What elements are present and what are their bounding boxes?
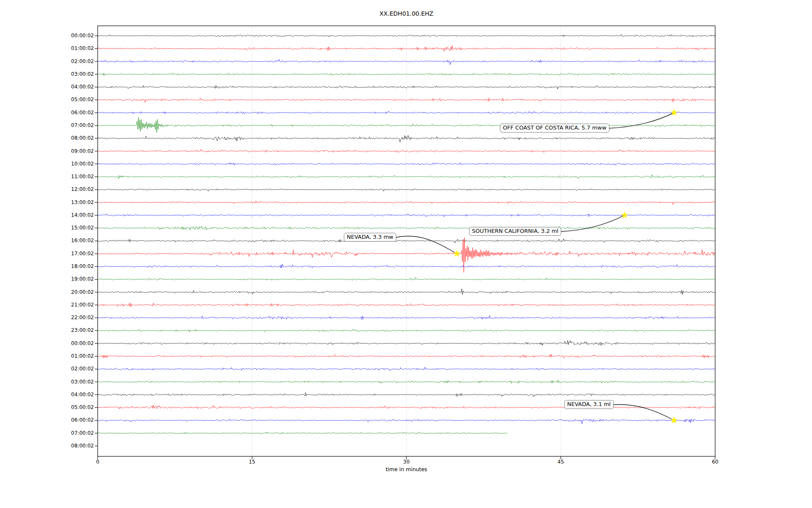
- helicorder-plot: [0, 0, 812, 508]
- row-time-label: 03:00:02: [0, 378, 94, 386]
- row-time-label: 17:00:02: [0, 250, 94, 257]
- row-time-label: 05:00:02: [0, 404, 94, 411]
- event-annotation-label: OFF COAST OF COSTA RICA, 5.7 mww: [500, 124, 609, 133]
- event-star-icon: [670, 109, 678, 116]
- event-star-icon: [670, 417, 678, 423]
- row-time-label: 21:00:02: [0, 301, 94, 309]
- x-tick-label: 60: [706, 459, 724, 465]
- row-time-label: 09:00:02: [0, 148, 94, 155]
- row-time-label: 18:00:02: [0, 263, 94, 270]
- page-title: XX.EDH01.00.EHZ: [98, 10, 715, 17]
- seismogram-trace: [98, 238, 715, 273]
- event-annotation-label: NEVADA, 3.3 mw: [344, 233, 396, 242]
- x-tick-label: 45: [551, 459, 570, 465]
- row-time-label: 06:00:02: [0, 417, 94, 424]
- event-star-icon: [453, 250, 461, 257]
- annotation-leader-line: [395, 236, 457, 254]
- row-time-label: 07:00:02: [0, 430, 94, 437]
- time-axis-labels: 00:00:0201:00:0202:00:0203:00:0204:00:02…: [0, 0, 94, 508]
- row-time-label: 00:00:02: [0, 340, 94, 347]
- row-time-label: 12:00:02: [0, 186, 94, 193]
- seismogram-trace: [98, 175, 715, 179]
- event-annotation-label: NEVADA, 3.1 ml: [564, 400, 614, 409]
- row-time-label: 02:00:02: [0, 365, 94, 373]
- row-time-label: 08:00:02: [0, 442, 94, 450]
- row-time-label: 19:00:02: [0, 276, 94, 283]
- row-time-label: 05:00:02: [0, 96, 94, 103]
- row-time-label: 04:00:02: [0, 83, 94, 91]
- row-time-label: 03:00:02: [0, 71, 94, 78]
- seismogram-trace: [98, 315, 715, 320]
- seismogram-trace: [98, 367, 715, 370]
- row-time-label: 01:00:02: [0, 45, 94, 52]
- seismogram-trace: [98, 117, 715, 133]
- x-tick-label: 15: [243, 459, 261, 465]
- row-time-label: 07:00:02: [0, 122, 94, 129]
- row-time-label: 01:00:02: [0, 353, 94, 360]
- row-time-label: 20:00:02: [0, 289, 94, 296]
- row-time-label: 13:00:02: [0, 199, 94, 206]
- seismogram-trace: [98, 86, 715, 89]
- row-time-label: 14:00:02: [0, 212, 94, 219]
- seismogram-trace: [98, 432, 507, 434]
- event-annotation-label: SOUTHERN CALIFORNIA, 3.2 ml: [469, 227, 561, 236]
- seismogram-figure: XX.EDH01.00.EHZ 00:00:0201:00:0202:00:02…: [0, 0, 812, 508]
- row-time-label: 22:00:02: [0, 314, 94, 321]
- x-tick-label: 0: [88, 459, 107, 465]
- row-time-label: 00:00:02: [0, 32, 94, 39]
- row-time-label: 02:00:02: [0, 58, 94, 65]
- row-time-label: 08:00:02: [0, 135, 94, 142]
- x-axis-label: time in minutes: [98, 466, 715, 472]
- row-time-label: 04:00:02: [0, 391, 94, 398]
- row-time-label: 15:00:02: [0, 224, 94, 232]
- row-time-label: 23:00:02: [0, 327, 94, 334]
- row-time-label: 11:00:02: [0, 173, 94, 180]
- row-time-label: 10:00:02: [0, 160, 94, 168]
- row-time-label: 16:00:02: [0, 237, 94, 244]
- row-time-label: 06:00:02: [0, 109, 94, 116]
- event-star-icon: [621, 212, 628, 218]
- seismogram-trace: [98, 226, 715, 230]
- annotation-leader-line: [609, 113, 674, 128]
- annotation-leader-line: [560, 215, 625, 232]
- x-tick-label: 30: [397, 459, 416, 465]
- seismogram-trace: [98, 392, 715, 397]
